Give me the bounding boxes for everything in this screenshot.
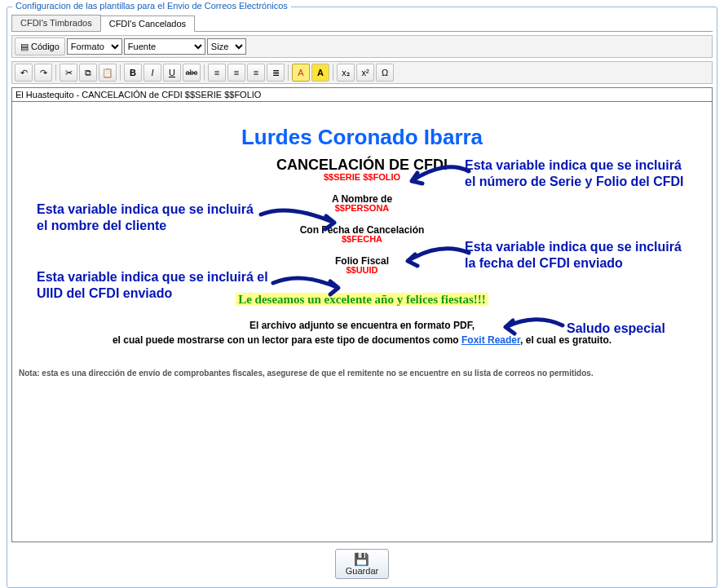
- align-justify-icon: ≣: [272, 68, 280, 78]
- underline-button[interactable]: U: [163, 64, 181, 82]
- pdf-line1: El archivo adjunto se encuentra en forma…: [249, 320, 475, 331]
- bold-icon: B: [130, 68, 136, 77]
- separator: [333, 64, 333, 81]
- code-icon: ▤: [20, 42, 29, 52]
- omega-icon: Ω: [382, 68, 388, 77]
- annot-uuid: Esta variable indica que se incluirá el …: [37, 269, 281, 302]
- annot-fecha: Esta variable indica que se incluirá la …: [465, 239, 693, 272]
- annot-serie-folio: Esta variable indica que se incluirá el …: [465, 157, 693, 190]
- scissors-icon: ✂: [65, 68, 73, 78]
- align-right-icon: ≡: [254, 68, 258, 77]
- size-select[interactable]: Size: [207, 38, 246, 55]
- save-label: Guardar: [346, 566, 378, 576]
- align-justify-button[interactable]: ≣: [267, 64, 285, 82]
- strike-icon: abc: [186, 69, 198, 77]
- editor-area[interactable]: Lurdes Coronado Ibarra CANCELACIÓN DE CF…: [11, 102, 713, 542]
- toolbar-row-2: ↶ ↷ ✂ ⧉ 📋 B I U abc ≡ ≡ ≡ ≣ A A x₂ x² Ω: [11, 61, 713, 84]
- bg-color-button[interactable]: A: [311, 64, 329, 82]
- separator: [288, 64, 289, 81]
- italic-button[interactable]: I: [143, 64, 161, 82]
- underline-icon: U: [169, 68, 175, 77]
- text-color-icon: A: [298, 68, 303, 77]
- copy-icon: ⧉: [85, 68, 91, 78]
- save-wrap: 💾 Guardar: [11, 549, 713, 579]
- redo-button[interactable]: ↷: [34, 64, 52, 82]
- separator: [55, 64, 56, 81]
- tab-timbrados[interactable]: CFDI's Timbrados: [11, 15, 101, 31]
- italic-icon: I: [151, 68, 153, 77]
- header-name: Lurdes Coronado Ibarra: [19, 125, 705, 150]
- subscript-button[interactable]: x₂: [337, 64, 355, 82]
- fieldset-legend: Configuracion de las plantillas para el …: [12, 1, 291, 11]
- config-fieldset: Configuracion de las plantillas para el …: [7, 7, 717, 588]
- codigo-button[interactable]: ▤ Código: [15, 38, 65, 55]
- formato-select[interactable]: Formato: [67, 38, 122, 55]
- subject-input[interactable]: El Huastequito - CANCELACIÓN de CFDI $$S…: [11, 87, 713, 102]
- align-center-button[interactable]: ≡: [227, 64, 245, 82]
- text-color-button[interactable]: A: [292, 64, 310, 82]
- bold-button[interactable]: B: [124, 64, 142, 82]
- pdf-line2a: el cual puede mostrarse con un lector pa…: [113, 334, 461, 346]
- redo-icon: ↷: [40, 68, 47, 78]
- paste-button[interactable]: 📋: [99, 64, 117, 82]
- superscript-button[interactable]: x²: [356, 64, 374, 82]
- strike-button[interactable]: abc: [183, 64, 201, 82]
- special-char-button[interactable]: Ω: [376, 64, 394, 82]
- align-left-button[interactable]: ≡: [208, 64, 226, 82]
- subscript-icon: x₂: [342, 68, 350, 78]
- tab-cancelados[interactable]: CFDI's Cancelados: [100, 15, 195, 32]
- codigo-label: Código: [31, 42, 60, 51]
- fuente-select[interactable]: Fuente: [124, 38, 205, 55]
- align-left-icon: ≡: [214, 68, 219, 77]
- align-center-icon: ≡: [234, 68, 239, 77]
- save-button[interactable]: 💾 Guardar: [335, 549, 389, 579]
- undo-icon: ↶: [20, 68, 28, 78]
- tabs-bar: CFDI's Timbrados CFDI's Cancelados: [11, 15, 713, 32]
- note-text: Nota: esta es una dirección de envío de …: [19, 369, 705, 378]
- bg-color-icon: A: [317, 68, 324, 77]
- superscript-icon: x²: [361, 68, 369, 77]
- annot-saludo: Saludo especial: [567, 321, 665, 337]
- align-right-button[interactable]: ≡: [247, 64, 265, 82]
- annot-nombre: Esta variable indica que se incluirá el …: [37, 201, 265, 234]
- separator: [204, 64, 205, 81]
- copy-button[interactable]: ⧉: [79, 64, 97, 82]
- undo-button[interactable]: ↶: [15, 64, 33, 82]
- toolbar-row-1: ▤ Código Formato Fuente Size: [11, 35, 713, 58]
- paste-icon: 📋: [102, 68, 113, 78]
- separator: [120, 64, 121, 81]
- cut-button[interactable]: ✂: [60, 64, 77, 82]
- save-icon: 💾: [354, 553, 369, 565]
- foxit-link[interactable]: Foxit Reader: [461, 334, 520, 346]
